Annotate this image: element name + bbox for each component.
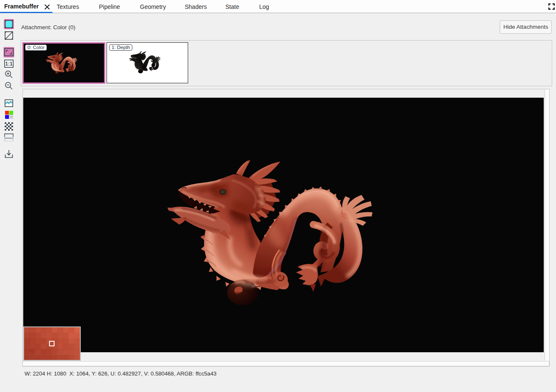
svg-text:1:1: 1:1 xyxy=(5,61,13,67)
svg-text:A: A xyxy=(11,116,12,118)
